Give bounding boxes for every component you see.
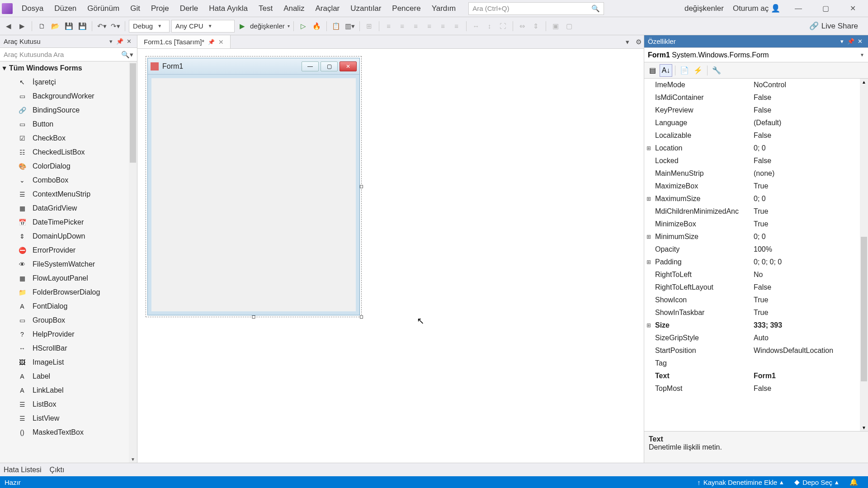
hot-reload-button[interactable]: 🔥: [311, 20, 323, 32]
property-row[interactable]: SizeGripStyleAuto: [644, 332, 868, 344]
toolbox-search[interactable]: Araç Kutusunda Ara 🔍▾: [0, 48, 137, 61]
nav-back-button[interactable]: ◀: [3, 20, 14, 32]
property-value[interactable]: True: [752, 309, 868, 317]
platform-combo[interactable]: Any CPU▼: [171, 20, 235, 33]
property-value[interactable]: True: [752, 220, 868, 228]
property-row[interactable]: MdiChildrenMinimizedAncTrue: [644, 205, 868, 218]
property-row[interactable]: RightToLeftLayoutFalse: [644, 281, 868, 294]
toolbox-item[interactable]: ⛔ErrorProvider: [0, 243, 137, 257]
property-value[interactable]: No: [752, 271, 868, 279]
properties-button[interactable]: 📄: [678, 64, 691, 77]
form-selection[interactable]: Form1 — ▢ ✕: [146, 56, 362, 317]
nav-forward-button[interactable]: ▶: [16, 20, 28, 32]
property-value[interactable]: (Default): [752, 119, 868, 127]
menu-git[interactable]: Git: [125, 4, 146, 13]
form-window[interactable]: Form1 — ▢ ✕: [147, 58, 360, 315]
property-row[interactable]: ⊞MaximumSize0; 0: [644, 192, 868, 205]
sign-in-button[interactable]: Oturum aç 👤: [733, 4, 780, 13]
bring-front-button[interactable]: ▣: [550, 20, 561, 32]
undo-button[interactable]: ↶▾: [96, 20, 108, 32]
form-client-area[interactable]: [148, 75, 359, 315]
toolbox-item[interactable]: ALabel: [0, 369, 137, 383]
property-value[interactable]: 0; 0; 0; 0: [752, 258, 868, 266]
property-row[interactable]: MaximizeBoxTrue: [644, 180, 868, 192]
property-row[interactable]: Tag: [644, 357, 868, 370]
restore-button[interactable]: ▢: [816, 4, 835, 13]
toolbox-item[interactable]: 👁FileSystemWatcher: [0, 257, 137, 271]
property-value[interactable]: True: [752, 296, 868, 304]
tab-error-list[interactable]: Hata Listesi: [4, 466, 42, 474]
properties-dropdown-button[interactable]: ▾: [837, 38, 846, 45]
toolbox-item[interactable]: ▦FlowLayoutPanel: [0, 271, 137, 285]
expand-icon[interactable]: ⊞: [644, 234, 653, 240]
menu-build[interactable]: Derle: [175, 4, 204, 13]
toolbox-item[interactable]: 📅DateTimePicker: [0, 215, 137, 229]
design-canvas[interactable]: Form1 — ▢ ✕ ↖: [137, 49, 644, 463]
resize-handle-s[interactable]: [252, 315, 255, 319]
chevron-down-icon[interactable]: ▼: [129, 457, 137, 462]
resize-handle-se[interactable]: [360, 315, 363, 319]
property-row[interactable]: Language(Default): [644, 117, 868, 129]
toolbox-item[interactable]: ☰ListBox: [0, 397, 137, 411]
menu-extensions[interactable]: Uzantılar: [345, 4, 387, 13]
resize-handle-e[interactable]: [360, 185, 363, 188]
expand-icon[interactable]: ⊞: [644, 196, 653, 202]
quick-launch-search[interactable]: Ara (Ctrl+Q) 🔍: [468, 2, 604, 15]
toolbox-item[interactable]: ⌄ComboBox: [0, 173, 137, 187]
configuration-combo[interactable]: Debug▼: [129, 20, 170, 33]
scrollbar-thumb[interactable]: [861, 237, 867, 381]
align-grid-button[interactable]: ⊞: [363, 20, 375, 32]
start-without-debug-button[interactable]: ▷: [297, 20, 309, 32]
toolbox-item[interactable]: AFontDialog: [0, 299, 137, 313]
property-value[interactable]: 333; 393: [752, 321, 868, 329]
expand-icon[interactable]: ⊞: [644, 145, 653, 151]
toolbox-item[interactable]: ☰ContextMenuStrip: [0, 187, 137, 201]
property-row[interactable]: ImeModeNoControl: [644, 79, 868, 91]
toolbox-scrollbar[interactable]: ▼: [129, 61, 137, 463]
property-row[interactable]: TopMostFalse: [644, 382, 868, 395]
property-row[interactable]: KeyPreviewFalse: [644, 104, 868, 117]
toolbox-dropdown-button[interactable]: ▾: [106, 38, 115, 45]
browse-button[interactable]: 📋: [330, 20, 342, 32]
toolbox-item[interactable]: ▦DataGridView: [0, 201, 137, 215]
pin-icon[interactable]: 📌: [208, 39, 215, 45]
close-icon[interactable]: ✕: [218, 38, 224, 46]
toolbox-group-all-forms[interactable]: ▶ Tüm Windows Forms: [0, 61, 137, 75]
property-row[interactable]: ShowInTaskbarTrue: [644, 306, 868, 319]
expand-icon[interactable]: ⊞: [644, 322, 653, 328]
chevron-up-icon[interactable]: ▲: [860, 80, 868, 84]
properties-close-button[interactable]: ✕: [855, 38, 864, 45]
toolbox-item[interactable]: ☰ListView: [0, 411, 137, 425]
toolbox-item[interactable]: ?HelpProvider: [0, 327, 137, 341]
property-pages-button[interactable]: 🔧: [710, 64, 723, 77]
toolbox-item[interactable]: 🎨ColorDialog: [0, 159, 137, 173]
menu-test[interactable]: Test: [253, 4, 278, 13]
property-value[interactable]: False: [752, 131, 868, 140]
layout-button[interactable]: ▥▾: [344, 20, 356, 32]
toolbox-item[interactable]: 📁FolderBrowserDialog: [0, 285, 137, 299]
property-row[interactable]: MainMenuStrip(none): [644, 167, 868, 180]
property-value[interactable]: WindowsDefaultLocation: [752, 347, 868, 355]
property-row[interactable]: IsMdiContainerFalse: [644, 91, 868, 104]
menu-view[interactable]: Görünüm: [82, 4, 125, 13]
align-top-button[interactable]: ≡: [424, 20, 435, 32]
align-middle-button[interactable]: ≡: [437, 20, 449, 32]
source-control-add-button[interactable]: ↑ Kaynak Denetimine Ekle ▴: [692, 478, 789, 486]
align-center-button[interactable]: ≡: [396, 20, 408, 32]
events-button[interactable]: ⚡: [692, 64, 704, 77]
same-size-button[interactable]: ⛶: [497, 20, 509, 32]
property-value[interactable]: True: [752, 207, 868, 216]
toolbox-item[interactable]: 🖼ImageList: [0, 355, 137, 369]
tab-list-button[interactable]: ▾: [622, 38, 633, 46]
properties-object-combo[interactable]: Form1 System.Windows.Forms.Form ▼: [644, 48, 868, 62]
chevron-down-icon[interactable]: ▼: [860, 425, 868, 430]
toolbox-item[interactable]: ALinkLabel: [0, 383, 137, 397]
property-value[interactable]: False: [752, 385, 868, 393]
property-value[interactable]: Form1: [752, 372, 868, 380]
property-value[interactable]: False: [752, 157, 868, 165]
property-row[interactable]: RightToLeftNo: [644, 268, 868, 281]
property-row[interactable]: ⊞MinimumSize0; 0: [644, 230, 868, 243]
property-value[interactable]: 100%: [752, 245, 868, 253]
same-height-button[interactable]: ↕: [484, 20, 495, 32]
toolbox-pin-button[interactable]: 📌: [115, 38, 124, 45]
